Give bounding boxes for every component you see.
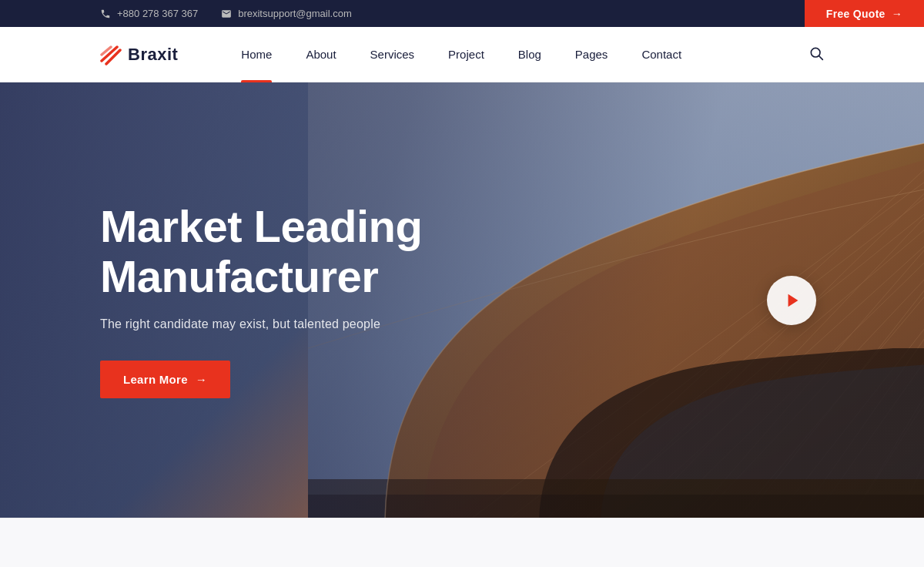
nav-item-services[interactable]: Services [353, 27, 432, 82]
search-icon [808, 45, 824, 61]
hero-cta-arrow: → [196, 373, 207, 386]
hero-content: Market Leading Manufacturer The right ca… [0, 202, 422, 398]
hero-title-line1: Market Leading [100, 201, 422, 251]
hero-subtitle: The right candidate may exist, but talen… [100, 317, 422, 331]
site-header: Braxit Home About Services Project Blog … [0, 27, 924, 82]
free-quote-button[interactable]: Free Quote → [805, 0, 924, 27]
free-quote-arrow: → [892, 8, 902, 20]
nav-item-home[interactable]: Home [224, 27, 289, 82]
nav-item-blog[interactable]: Blog [501, 27, 558, 82]
logo[interactable]: Braxit [100, 44, 178, 65]
email-icon [221, 8, 232, 19]
free-quote-label: Free Quote [826, 8, 886, 20]
play-button[interactable] [767, 276, 816, 325]
nav-item-pages[interactable]: Pages [558, 27, 625, 82]
hero-title: Market Leading Manufacturer [100, 202, 422, 302]
email-address: brexitsupport@gmail.com [238, 8, 352, 19]
play-icon [785, 292, 802, 309]
logo-text: Braxit [128, 45, 178, 65]
nav-item-about[interactable]: About [289, 27, 353, 82]
nav-item-contact[interactable]: Contact [624, 27, 698, 82]
logo-icon [100, 44, 122, 65]
nav-item-project[interactable]: Project [431, 27, 501, 82]
svg-line-4 [819, 55, 823, 59]
phone-icon [100, 8, 111, 19]
top-bar: +880 278 367 367 brexitsupport@gmail.com… [0, 0, 924, 27]
phone-number: +880 278 367 367 [117, 8, 198, 19]
hero-cta-label: Learn More [123, 373, 188, 386]
search-button[interactable] [808, 45, 824, 64]
hero-cta-button[interactable]: Learn More → [100, 361, 230, 398]
hero-section: Market Leading Manufacturer The right ca… [0, 82, 924, 518]
email-contact[interactable]: brexitsupport@gmail.com [221, 8, 352, 19]
hero-title-line2: Manufacturer [100, 251, 378, 301]
top-bar-contacts: +880 278 367 367 brexitsupport@gmail.com [100, 8, 352, 19]
bottom-strip [0, 518, 924, 567]
svg-marker-27 [788, 294, 798, 307]
main-nav: Home About Services Project Blog Pages C… [224, 27, 808, 82]
phone-contact[interactable]: +880 278 367 367 [100, 8, 198, 19]
